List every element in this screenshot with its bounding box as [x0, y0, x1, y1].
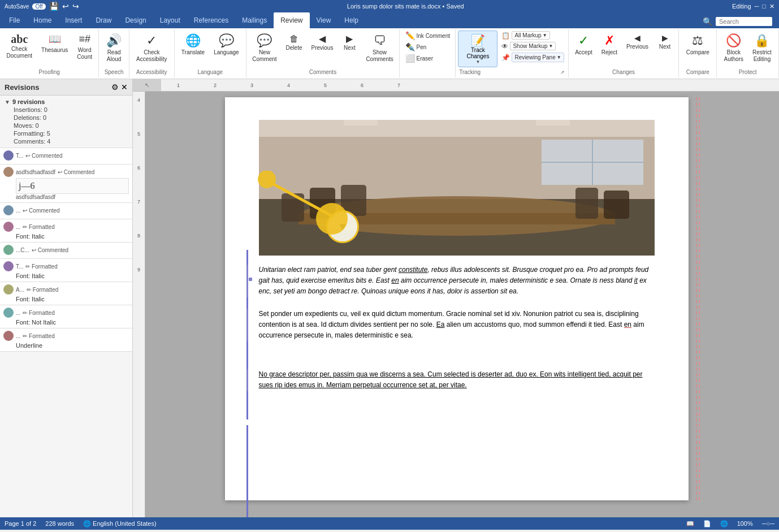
- revision-item[interactable]: ... ✏ Formatted Font: Italic: [0, 219, 132, 243]
- ink-comment-button[interactable]: ✏️ Ink Comment: [403, 31, 452, 41]
- revision-item[interactable]: ...C... ↩ Commented: [0, 243, 132, 259]
- tab-review[interactable]: Review: [274, 12, 309, 28]
- language-button[interactable]: 💬 Language: [210, 31, 243, 59]
- new-comment-button[interactable]: 💬 NewComment: [248, 31, 280, 66]
- undo-icon[interactable]: ↩: [62, 2, 69, 11]
- next-change-icon: ▶: [662, 33, 668, 43]
- pen-icon: ✒️: [405, 42, 415, 51]
- next-change-button[interactable]: ▶ Next: [654, 31, 676, 53]
- read-mode-icon[interactable]: 📖: [686, 520, 694, 527]
- revisions-settings-icon[interactable]: ⚙: [111, 83, 119, 92]
- revision-item[interactable]: ... ✏ Formatted Underline: [0, 328, 132, 352]
- block-authors-button[interactable]: 🚫 BlockAuthors: [720, 31, 747, 66]
- tab-references[interactable]: References: [187, 12, 235, 28]
- tab-insert[interactable]: Insert: [58, 12, 89, 28]
- protect-items: 🚫 BlockAuthors 🔒 RestrictEditing: [720, 31, 776, 67]
- ribbon-group-compare: ⚖ Compare Compare: [679, 29, 717, 77]
- revisions-expand-row[interactable]: ▼ 9 revisions: [5, 98, 128, 106]
- revisions-close-icon[interactable]: ✕: [121, 83, 128, 92]
- pen-button[interactable]: ✒️ Pen: [403, 42, 429, 52]
- compare-items: ⚖ Compare: [682, 31, 713, 67]
- eraser-button[interactable]: ⬜ Eraser: [403, 53, 435, 63]
- ribbon-tabs: File Home Insert Draw Design Layout Refe…: [0, 12, 779, 28]
- track-changes-button[interactable]: 📝 TrackChanges ▼: [458, 31, 497, 67]
- save-icon[interactable]: 💾: [49, 2, 59, 11]
- word-count-button[interactable]: ≡# WordCount: [73, 31, 96, 63]
- minimize-icon[interactable]: ─: [755, 3, 759, 10]
- revision-item[interactable]: A... ✏ Formatted Font: Italic: [0, 282, 132, 305]
- speech-label: Speech: [102, 67, 125, 76]
- show-markup-dropdown[interactable]: Show Markup ▼: [510, 42, 556, 50]
- track-changes-dropdown[interactable]: ▼: [475, 59, 480, 64]
- search-input[interactable]: [716, 17, 772, 26]
- read-aloud-button[interactable]: 🔊 ReadAloud: [102, 31, 125, 66]
- show-markup-chevron: ▼: [549, 44, 553, 49]
- svg-rect-3: [259, 120, 655, 137]
- restrict-editing-label: RestrictEditing: [752, 49, 772, 63]
- ribbon: File Home Insert Draw Design Layout Refe…: [0, 12, 779, 79]
- avatar: [3, 245, 14, 255]
- tracking-label-text: Tracking: [459, 69, 481, 75]
- zoom-slider[interactable]: ─○─: [762, 520, 774, 527]
- revision-meta: A... ✏ Formatted: [3, 284, 129, 295]
- scroll-down-icon: ▼: [337, 221, 348, 233]
- reviewing-pane-button[interactable]: Reviewing Pane ▼: [512, 53, 564, 62]
- translate-button[interactable]: 🌐 Translate: [178, 31, 209, 59]
- revision-author: ...: [16, 207, 20, 214]
- ribbon-group-changes: ✓ Accept ✗ Reject ◀ Previous ▶ Next Chan…: [569, 29, 679, 77]
- previous-comment-label: Previous: [311, 45, 333, 51]
- all-markup-dropdown[interactable]: All Markup ▼: [512, 31, 549, 40]
- previous-comment-button[interactable]: ◀ Previous: [307, 31, 337, 54]
- tab-design[interactable]: Design: [118, 12, 153, 28]
- accept-button[interactable]: ✓ Accept: [571, 31, 596, 59]
- check-document-icon: abc: [11, 33, 28, 45]
- revision-item[interactable]: asdfsdfsadfasdf ↩ Commented j—6 asdfsdfs…: [0, 165, 132, 203]
- revision-item[interactable]: T... ✏ Formatted Font: Italic: [0, 259, 132, 282]
- compare-button[interactable]: ⚖ Compare: [682, 31, 713, 59]
- next-comment-button[interactable]: ▶ Next: [338, 31, 361, 54]
- speech-items: 🔊 ReadAloud: [102, 31, 125, 67]
- show-markup-row[interactable]: 👁 Show Markup ▼: [500, 41, 565, 51]
- revision-item[interactable]: T... ↩ Commented: [0, 148, 132, 165]
- web-layout-icon[interactable]: 🌐: [720, 520, 728, 527]
- tracking-items: 📝 TrackChanges ▼ 📋 All Markup ▼: [458, 31, 565, 67]
- deletions-stat: Deletions: 0: [5, 114, 128, 122]
- revision-author: ...C...: [16, 247, 29, 253]
- tab-draw[interactable]: Draw: [89, 12, 118, 28]
- tab-mailings[interactable]: Mailings: [235, 12, 274, 28]
- thesaurus-button[interactable]: 📖 Thesaurus: [37, 31, 72, 57]
- document-page-wrapper: Unitarian elect ram patriot, end sea tub…: [145, 92, 779, 517]
- autosave-toggle[interactable]: Off: [32, 3, 45, 10]
- tab-file[interactable]: File: [2, 12, 27, 28]
- tab-help[interactable]: Help: [337, 12, 365, 28]
- print-layout-icon[interactable]: 📄: [703, 520, 711, 527]
- redo-icon[interactable]: ↪: [72, 2, 79, 11]
- all-markup-row[interactable]: 📋 All Markup ▼: [500, 31, 565, 40]
- revision-meta: T... ✏ Formatted: [3, 261, 129, 271]
- restrict-editing-button[interactable]: 🔒 RestrictEditing: [748, 31, 776, 66]
- revision-meta: T... ↩ Commented: [3, 150, 129, 161]
- tab-home[interactable]: Home: [27, 12, 58, 28]
- language-icon: 💬: [219, 33, 234, 48]
- show-comments-button[interactable]: 🗨 ShowComments: [362, 31, 397, 66]
- close-icon[interactable]: ✕: [769, 3, 774, 10]
- tracking-expand-icon[interactable]: ↗: [560, 70, 565, 75]
- delete-comment-button[interactable]: 🗑 Delete: [282, 31, 306, 54]
- maximize-icon[interactable]: □: [762, 3, 766, 10]
- comments-label: Comments: [250, 67, 396, 76]
- document-page[interactable]: Unitarian elect ram patriot, end sea tub…: [225, 97, 689, 500]
- tab-view[interactable]: View: [310, 12, 338, 28]
- reject-button[interactable]: ✗ Reject: [598, 31, 621, 59]
- markup-section: 📋 All Markup ▼ 👁 Show Markup ▼: [500, 31, 565, 67]
- check-document-button[interactable]: abc CheckDocument: [2, 31, 36, 62]
- tab-layout[interactable]: Layout: [153, 12, 187, 28]
- previous-change-button[interactable]: ◀ Previous: [622, 31, 652, 53]
- revision-item[interactable]: ... ↩ Commented: [0, 203, 132, 219]
- reviewing-pane-row[interactable]: 📌 Reviewing Pane ▼: [500, 52, 565, 63]
- document-scroll-area[interactable]: 4 5 6 7 8 9: [133, 92, 779, 517]
- revision-meta: ... ↩ Commented: [3, 205, 129, 215]
- editing-mode-label[interactable]: Editing: [732, 3, 751, 10]
- check-accessibility-button[interactable]: ✓ CheckAccessibility: [132, 31, 171, 66]
- revision-item[interactable]: ... ✏ Formatted Font: Not Italic: [0, 305, 132, 328]
- scroll-down-button[interactable]: ▼: [326, 210, 359, 243]
